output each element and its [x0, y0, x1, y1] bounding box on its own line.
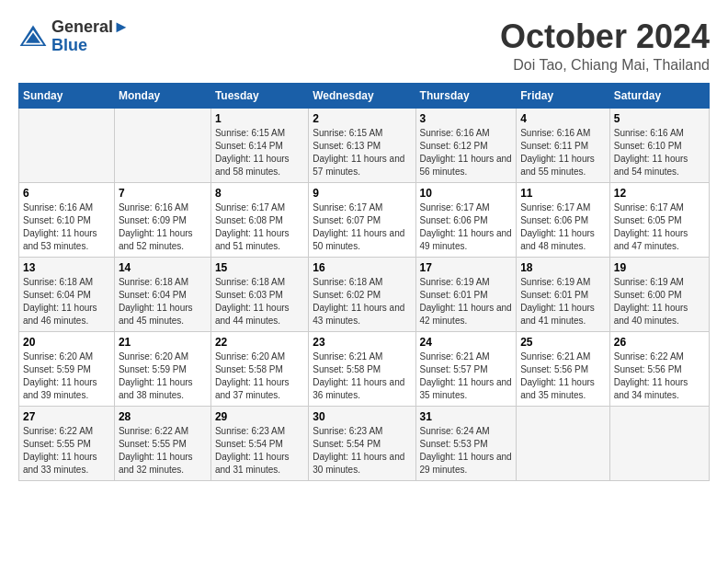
day-info: Sunrise: 6:22 AM Sunset: 5:55 PM Dayligh… — [23, 425, 110, 477]
day-number: 18 — [520, 261, 606, 274]
calendar-cell — [19, 108, 115, 182]
day-info: Sunrise: 6:20 AM Sunset: 5:59 PM Dayligh… — [119, 350, 207, 402]
calendar-week-4: 20Sunrise: 6:20 AM Sunset: 5:59 PM Dayli… — [19, 331, 710, 406]
day-number: 2 — [313, 112, 411, 125]
calendar-cell: 27Sunrise: 6:22 AM Sunset: 5:55 PM Dayli… — [19, 406, 115, 480]
calendar-cell: 4Sunrise: 6:16 AM Sunset: 6:11 PM Daylig… — [517, 108, 610, 182]
month-title: October 2024 — [500, 18, 710, 55]
day-info: Sunrise: 6:16 AM Sunset: 6:10 PM Dayligh… — [614, 127, 705, 178]
calendar-cell: 22Sunrise: 6:20 AM Sunset: 5:58 PM Dayli… — [210, 331, 308, 406]
calendar-table: SundayMondayTuesdayWednesdayThursdayFrid… — [18, 83, 710, 481]
calendar-cell: 6Sunrise: 6:16 AM Sunset: 6:10 PM Daylig… — [19, 182, 115, 257]
day-info: Sunrise: 6:21 AM Sunset: 5:56 PM Dayligh… — [520, 350, 606, 402]
day-info: Sunrise: 6:17 AM Sunset: 6:08 PM Dayligh… — [215, 201, 304, 253]
calendar-cell: 9Sunrise: 6:17 AM Sunset: 6:07 PM Daylig… — [309, 182, 415, 257]
calendar-week-2: 6Sunrise: 6:16 AM Sunset: 6:10 PM Daylig… — [19, 182, 710, 257]
day-header-tuesday: Tuesday — [210, 83, 308, 108]
day-info: Sunrise: 6:19 AM Sunset: 6:01 PM Dayligh… — [520, 276, 606, 327]
day-info: Sunrise: 6:18 AM Sunset: 6:03 PM Dayligh… — [215, 276, 304, 327]
day-info: Sunrise: 6:17 AM Sunset: 6:06 PM Dayligh… — [420, 201, 513, 253]
calendar-week-1: 1Sunrise: 6:15 AM Sunset: 6:14 PM Daylig… — [19, 108, 710, 182]
day-number: 8 — [215, 187, 304, 200]
location: Doi Tao, Chiang Mai, Thailand — [500, 57, 710, 74]
calendar-cell: 26Sunrise: 6:22 AM Sunset: 5:56 PM Dayli… — [609, 331, 709, 406]
calendar-cell: 28Sunrise: 6:22 AM Sunset: 5:55 PM Dayli… — [114, 406, 210, 480]
day-number: 17 — [420, 261, 513, 274]
day-number: 19 — [614, 261, 705, 274]
day-header-friday: Friday — [517, 83, 610, 108]
day-info: Sunrise: 6:18 AM Sunset: 6:02 PM Dayligh… — [313, 276, 411, 327]
calendar-cell: 25Sunrise: 6:21 AM Sunset: 5:56 PM Dayli… — [517, 331, 610, 406]
day-number: 27 — [23, 410, 110, 423]
day-info: Sunrise: 6:17 AM Sunset: 6:07 PM Dayligh… — [313, 201, 411, 253]
day-info: Sunrise: 6:23 AM Sunset: 5:54 PM Dayligh… — [215, 425, 304, 477]
day-info: Sunrise: 6:16 AM Sunset: 6:09 PM Dayligh… — [119, 201, 207, 253]
logo-icon — [18, 24, 48, 50]
day-number: 4 — [520, 112, 606, 125]
day-info: Sunrise: 6:17 AM Sunset: 6:06 PM Dayligh… — [520, 201, 606, 253]
calendar-cell: 21Sunrise: 6:20 AM Sunset: 5:59 PM Dayli… — [114, 331, 210, 406]
day-number: 14 — [119, 261, 207, 274]
calendar-cell: 5Sunrise: 6:16 AM Sunset: 6:10 PM Daylig… — [609, 108, 709, 182]
day-header-monday: Monday — [114, 83, 210, 108]
calendar-cell: 20Sunrise: 6:20 AM Sunset: 5:59 PM Dayli… — [19, 331, 115, 406]
calendar-cell: 29Sunrise: 6:23 AM Sunset: 5:54 PM Dayli… — [210, 406, 308, 480]
day-header-sunday: Sunday — [19, 83, 115, 108]
calendar-week-3: 13Sunrise: 6:18 AM Sunset: 6:04 PM Dayli… — [19, 257, 710, 331]
day-info: Sunrise: 6:18 AM Sunset: 6:04 PM Dayligh… — [23, 276, 110, 327]
calendar-cell — [114, 108, 210, 182]
day-number: 16 — [313, 261, 411, 274]
title-block: October 2024 Doi Tao, Chiang Mai, Thaila… — [500, 18, 710, 74]
day-number: 26 — [614, 336, 705, 349]
day-info: Sunrise: 6:19 AM Sunset: 6:00 PM Dayligh… — [614, 276, 705, 327]
day-info: Sunrise: 6:24 AM Sunset: 5:53 PM Dayligh… — [420, 425, 513, 477]
calendar-cell: 16Sunrise: 6:18 AM Sunset: 6:02 PM Dayli… — [309, 257, 415, 331]
day-number: 22 — [215, 336, 304, 349]
day-info: Sunrise: 6:20 AM Sunset: 5:58 PM Dayligh… — [215, 350, 304, 402]
day-info: Sunrise: 6:20 AM Sunset: 5:59 PM Dayligh… — [23, 350, 110, 402]
day-number: 11 — [520, 187, 606, 200]
calendar-cell: 23Sunrise: 6:21 AM Sunset: 5:58 PM Dayli… — [309, 331, 415, 406]
calendar-cell: 17Sunrise: 6:19 AM Sunset: 6:01 PM Dayli… — [415, 257, 517, 331]
calendar-cell: 11Sunrise: 6:17 AM Sunset: 6:06 PM Dayli… — [517, 182, 610, 257]
day-info: Sunrise: 6:17 AM Sunset: 6:05 PM Dayligh… — [614, 201, 705, 253]
day-header-thursday: Thursday — [415, 83, 517, 108]
logo: General► Blue — [18, 18, 130, 55]
calendar-week-5: 27Sunrise: 6:22 AM Sunset: 5:55 PM Dayli… — [19, 406, 710, 480]
day-number: 24 — [420, 336, 513, 349]
page-header: General► Blue October 2024 Doi Tao, Chia… — [18, 18, 710, 74]
day-info: Sunrise: 6:15 AM Sunset: 6:13 PM Dayligh… — [313, 127, 411, 178]
day-info: Sunrise: 6:21 AM Sunset: 5:57 PM Dayligh… — [420, 350, 513, 402]
day-number: 21 — [119, 336, 207, 349]
calendar-cell: 18Sunrise: 6:19 AM Sunset: 6:01 PM Dayli… — [517, 257, 610, 331]
day-number: 25 — [520, 336, 606, 349]
day-info: Sunrise: 6:16 AM Sunset: 6:10 PM Dayligh… — [23, 201, 110, 253]
day-number: 5 — [614, 112, 705, 125]
day-header-saturday: Saturday — [609, 83, 709, 108]
day-number: 7 — [119, 187, 207, 200]
calendar-cell: 2Sunrise: 6:15 AM Sunset: 6:13 PM Daylig… — [309, 108, 415, 182]
day-info: Sunrise: 6:16 AM Sunset: 6:12 PM Dayligh… — [420, 127, 513, 178]
day-info: Sunrise: 6:16 AM Sunset: 6:11 PM Dayligh… — [520, 127, 606, 178]
day-info: Sunrise: 6:23 AM Sunset: 5:54 PM Dayligh… — [313, 425, 411, 477]
calendar-cell: 15Sunrise: 6:18 AM Sunset: 6:03 PM Dayli… — [210, 257, 308, 331]
calendar-cell: 30Sunrise: 6:23 AM Sunset: 5:54 PM Dayli… — [309, 406, 415, 480]
calendar-cell — [517, 406, 610, 480]
calendar-cell: 24Sunrise: 6:21 AM Sunset: 5:57 PM Dayli… — [415, 331, 517, 406]
day-info: Sunrise: 6:15 AM Sunset: 6:14 PM Dayligh… — [215, 127, 304, 178]
day-info: Sunrise: 6:22 AM Sunset: 5:56 PM Dayligh… — [614, 350, 705, 402]
day-number: 6 — [23, 187, 110, 200]
calendar-cell: 10Sunrise: 6:17 AM Sunset: 6:06 PM Dayli… — [415, 182, 517, 257]
calendar-cell: 19Sunrise: 6:19 AM Sunset: 6:00 PM Dayli… — [609, 257, 709, 331]
day-info: Sunrise: 6:18 AM Sunset: 6:04 PM Dayligh… — [119, 276, 207, 327]
calendar-cell: 7Sunrise: 6:16 AM Sunset: 6:09 PM Daylig… — [114, 182, 210, 257]
logo-text: General► Blue — [51, 18, 130, 55]
day-info: Sunrise: 6:21 AM Sunset: 5:58 PM Dayligh… — [313, 350, 411, 402]
calendar-cell: 14Sunrise: 6:18 AM Sunset: 6:04 PM Dayli… — [114, 257, 210, 331]
calendar-cell: 12Sunrise: 6:17 AM Sunset: 6:05 PM Dayli… — [609, 182, 709, 257]
day-number: 13 — [23, 261, 110, 274]
day-number: 15 — [215, 261, 304, 274]
day-header-wednesday: Wednesday — [309, 83, 415, 108]
calendar-cell: 13Sunrise: 6:18 AM Sunset: 6:04 PM Dayli… — [19, 257, 115, 331]
day-number: 9 — [313, 187, 411, 200]
